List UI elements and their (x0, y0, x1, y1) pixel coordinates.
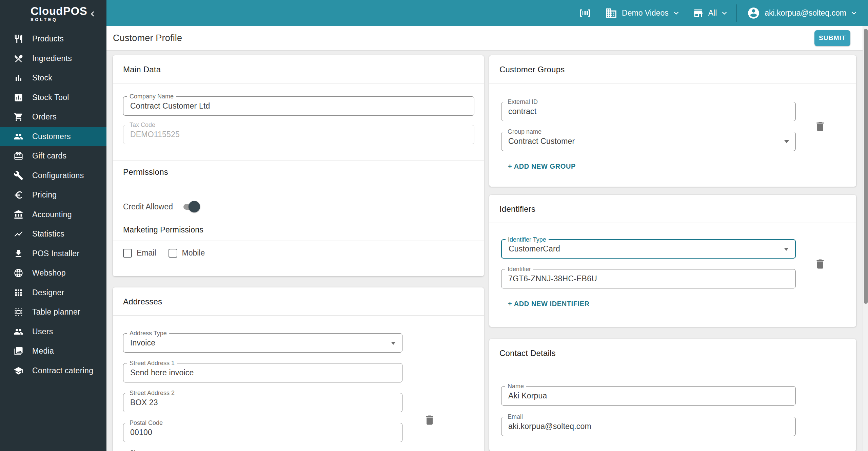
contact-details-title: Contact Details (489, 339, 856, 367)
right-column: Customer Groups External ID contract Gro… (489, 55, 856, 451)
sidebar-item-media[interactable]: Media (0, 341, 106, 361)
field-value: Contract Customer (508, 137, 575, 146)
sidebar-item-customers[interactable]: Customers (0, 127, 106, 147)
sidebar-nav: Products Ingredients Stock Stock Tool Or… (0, 28, 106, 380)
credit-allowed-toggle[interactable] (180, 200, 201, 213)
add-new-identifier-button[interactable]: + ADD NEW IDENTIFIER (505, 296, 593, 312)
sidebar-item-table-planner[interactable]: Table planner (0, 302, 106, 322)
address-type-select[interactable]: Address Type Invoice (123, 333, 402, 353)
postal-code-field[interactable]: Postal Code 00100 (123, 423, 402, 442)
field-value: aki.korpua@solteq.com (508, 422, 591, 431)
photo-library-icon (14, 346, 23, 356)
email-checkbox[interactable]: Email (123, 248, 156, 258)
field-value: DEMO115525 (130, 130, 180, 139)
chevron-down-icon (672, 8, 681, 18)
sidebar-item-configurations[interactable]: Configurations (0, 166, 106, 186)
sidebar-item-label: Stock Tool (32, 93, 69, 102)
user-account-menu[interactable]: aki.korpua@solteq.com (747, 6, 859, 20)
barcode-scanner-icon[interactable] (579, 7, 591, 19)
delete-identifier-button[interactable] (814, 258, 826, 270)
select-arrow-icon (784, 248, 789, 251)
chart-box-icon (14, 93, 23, 102)
user-email: aki.korpua@solteq.com (765, 8, 846, 18)
sidebar-item-label: Pricing (32, 190, 57, 200)
field-label: Postal Code (127, 419, 165, 427)
chevron-down-icon (849, 8, 859, 18)
sidebar-item-gift-cards[interactable]: Gift cards (0, 146, 106, 166)
sidebar-item-orders[interactable]: Orders (0, 107, 106, 127)
company-name-field[interactable]: Company Name Contract Customer Ltd (123, 96, 474, 116)
grid-icon (14, 288, 23, 298)
sidebar-item-ingredients[interactable]: Ingredients (0, 49, 106, 69)
sidebar-item-users[interactable]: Users (0, 322, 106, 342)
external-id-field[interactable]: External ID contract (501, 102, 796, 121)
company-selector-label: Demo Videos (622, 8, 669, 18)
store-selector-label: All (708, 8, 717, 18)
bar-chart-icon (14, 73, 23, 83)
street-address-2-field[interactable]: Street Address 2 BOX 23 (123, 393, 402, 412)
wrench-icon (14, 171, 23, 181)
checkbox-label: Mobile (182, 248, 205, 258)
permissions-title: Permissions (113, 161, 484, 183)
addresses-title: Addresses (113, 287, 484, 316)
sidebar-item-label: Customers (32, 132, 71, 141)
field-label: Email (505, 413, 525, 420)
download-icon (14, 249, 23, 259)
sidebar-item-products[interactable]: Products (0, 29, 106, 49)
contact-name-field[interactable]: Name Aki Korpua (501, 386, 796, 406)
sidebar-collapse-button[interactable] (87, 9, 98, 19)
sidebar-item-label: Users (32, 327, 53, 336)
field-value: Send here invoice (130, 368, 194, 377)
sidebar-item-accounting[interactable]: Accounting (0, 205, 106, 225)
field-label: Identifier Type (506, 236, 549, 243)
sidebar-item-statistics[interactable]: Statistics (0, 224, 106, 244)
sidebar-item-label: Table planner (32, 307, 80, 317)
credit-allowed-label: Credit Allowed (123, 202, 173, 211)
sidebar-item-label: Products (32, 34, 64, 43)
top-bar: Demo Videos All aki.korpua@solteq.com (106, 0, 868, 26)
field-label: Address Type (127, 330, 169, 337)
mobile-checkbox[interactable]: Mobile (169, 248, 205, 258)
gift-card-icon (14, 151, 23, 161)
sidebar-item-pricing[interactable]: Pricing (0, 185, 106, 205)
sidebar-item-contract-catering[interactable]: Contract catering (0, 361, 106, 381)
field-label: Company Name (127, 93, 176, 100)
line-chart-icon (14, 229, 23, 239)
app-logo: CloudPOS SOLTEQ (0, 0, 106, 28)
identifier-type-select[interactable]: Identifier Type CustomerCard (501, 239, 796, 259)
delete-group-button[interactable] (814, 120, 826, 133)
people-icon (14, 327, 23, 337)
field-value: Contract Customer Ltd (130, 101, 210, 111)
marketing-checkbox-row: Email Mobile (113, 241, 484, 276)
school-icon (14, 366, 23, 376)
dashed-square-icon (14, 307, 23, 317)
street-address-1-field[interactable]: Street Address 1 Send here invoice (123, 363, 402, 382)
toggle-thumb (189, 201, 200, 212)
field-label: External ID (505, 98, 540, 106)
delete-address-button[interactable] (423, 414, 436, 426)
group-name-select[interactable]: Group name Contract Customer (501, 132, 796, 151)
scrollbar-thumb[interactable] (864, 29, 868, 304)
store-selector[interactable]: All (692, 7, 729, 19)
sidebar-item-webshop[interactable]: Webshop (0, 263, 106, 283)
identifier-field[interactable]: Identifier 7GT6-ZNNJ-38HC-EB6U (501, 269, 796, 288)
contact-details-card: Contact Details Name Aki Korpua Email ak… (489, 339, 856, 451)
company-selector[interactable]: Demo Videos (605, 7, 681, 19)
sidebar-item-stock[interactable]: Stock (0, 68, 106, 88)
people-icon (14, 132, 23, 142)
contact-email-field[interactable]: Email aki.korpua@solteq.com (501, 417, 796, 436)
field-value: BOX 23 (130, 398, 158, 407)
sidebar-item-designer[interactable]: Designer (0, 283, 106, 303)
field-value: 7GT6-ZNNJ-38HC-EB6U (508, 274, 597, 283)
sidebar-item-label: Statistics (32, 229, 64, 239)
sidebar-item-label: Ingredients (32, 54, 72, 63)
sidebar-item-label: Media (32, 346, 54, 356)
add-new-group-button[interactable]: + ADD NEW GROUP (505, 158, 579, 174)
sidebar-item-label: Accounting (32, 210, 72, 219)
submit-button[interactable]: SUBMIT (814, 30, 850, 46)
sidebar-item-stock-tool[interactable]: Stock Tool (0, 88, 106, 108)
page-toolbar: Customer Profile SUBMIT (106, 26, 863, 51)
sidebar-item-pos-installer[interactable]: POS Installer (0, 244, 106, 264)
content-area: Main Data Company Name Contract Customer… (106, 51, 863, 451)
addresses-card: Addresses Address Type Invoice Street Ad… (113, 287, 484, 451)
